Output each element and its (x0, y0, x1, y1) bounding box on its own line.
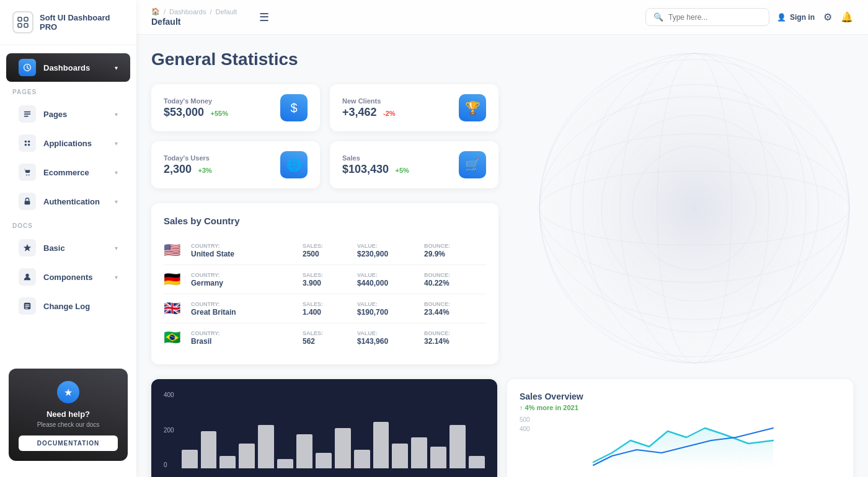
breadcrumb-sep2: / (210, 8, 211, 15)
components-icon (19, 268, 36, 286)
bounce-label-2: Bounce: (424, 301, 486, 307)
value-value-3: $143,960 (357, 337, 419, 346)
breadcrumb-default: Default (215, 8, 237, 15)
sidebar-item-basic-label: Basic (43, 243, 65, 253)
stat-value-row-0: $53,000 +55% (164, 106, 228, 119)
sidebar-item-changelog-label: Change Log (43, 302, 90, 311)
sidebar-item-pages[interactable]: Pages ▾ (6, 100, 130, 128)
bar-13 (430, 447, 446, 468)
svg-point-23 (632, 146, 756, 270)
settings-icon[interactable]: ⚙ (823, 11, 832, 23)
current-page: Default (151, 17, 237, 27)
sidebar-item-authentication[interactable]: Authentication ▾ (6, 187, 130, 216)
applications-chevron: ▾ (115, 140, 118, 147)
sales-overview-title: Sales Overview (520, 392, 841, 401)
sidebar-item-changelog[interactable]: Change Log (6, 292, 130, 320)
bounce-value-3: 32.14% (424, 337, 486, 346)
breadcrumb-dashboards: Dashboards (169, 8, 206, 15)
sidebar-item-ecommerce[interactable]: Ecommerce ▾ (6, 158, 130, 186)
bar-12 (411, 437, 427, 468)
country-flag-2: 🇬🇧 (164, 300, 186, 317)
stat-value-0: $53,000 (164, 106, 204, 118)
svg-point-29 (620, 53, 769, 363)
menu-toggle-button[interactable]: ☰ (259, 11, 269, 24)
globe-decoration: /* dots rendered via JS below */ (521, 35, 868, 382)
svg-point-10 (28, 144, 30, 146)
svg-rect-4 (24, 112, 31, 113)
svg-rect-17 (25, 304, 30, 305)
value-value-0: $230,900 (357, 250, 419, 258)
svg-rect-3 (24, 24, 28, 27)
svg-point-31 (539, 53, 849, 363)
applications-icon (19, 134, 36, 152)
svg-point-11 (26, 175, 27, 176)
stat-label-0: Today's Money (164, 97, 228, 105)
help-card: ★ Need help? Please check our docs DOCUM… (9, 369, 128, 461)
stat-change-0: +55% (211, 110, 228, 117)
sidebar-item-dashboards[interactable]: Dashboards ▾ (6, 53, 130, 82)
sidebar-item-components[interactable]: Components ▾ (6, 263, 130, 291)
topbar-actions: 👤 Sign in ⚙ 🔔 (777, 11, 853, 23)
stat-info-1: New Clients +3,462 -2% (342, 97, 396, 119)
bounce-value-2: 23.44% (424, 308, 486, 317)
stat-value-2: 2,300 (164, 163, 192, 175)
sales-col-1: Sales: 3.900 (303, 272, 352, 287)
svg-point-21 (570, 84, 818, 332)
section-docs-label: DOCS (0, 216, 136, 233)
svg-point-15 (25, 274, 29, 277)
bounce-col-1: Bounce: 40.22% (424, 272, 486, 287)
bounce-label-1: Bounce: (424, 272, 486, 278)
topbar-right: 🔍 👤 Sign in ⚙ 🔔 (645, 8, 853, 26)
value-label-1: Value: (357, 272, 419, 278)
value-label-3: Value: (357, 330, 419, 336)
help-title: Need help? (19, 409, 118, 419)
stat-label-1: New Clients (342, 97, 396, 105)
bar-2 (219, 456, 236, 468)
stat-value-row-3: $103,430 +5% (342, 163, 409, 176)
country-name-2: Great Britain (191, 308, 298, 317)
country-flag-1: 🇩🇪 (164, 271, 186, 287)
value-col-0: Value: $230,900 (357, 243, 419, 258)
stat-change-1: -2% (383, 110, 396, 117)
main-area: 🏠 / Dashboards / Default Default ☰ 🔍 👤 S… (136, 0, 868, 477)
sales-col-3: Sales: 562 (303, 330, 352, 346)
country-flag-0: 🇺🇸 (164, 242, 186, 258)
documentation-button[interactable]: DOCUMENTATION (19, 435, 118, 451)
home-icon: 🏠 (151, 7, 160, 15)
sales-value-3: 562 (303, 337, 352, 346)
signin-button[interactable]: 👤 Sign in (777, 13, 815, 22)
search-input[interactable] (668, 13, 761, 22)
overview-y-500: 500 (520, 416, 530, 423)
sidebar-item-applications[interactable]: Applications ▾ (6, 129, 130, 157)
sidebar-item-pages-label: Pages (43, 110, 67, 119)
sales-label-0: Sales: (303, 243, 352, 249)
stat-icon-3: 🛒 (459, 151, 486, 178)
value-label-0: Value: (357, 243, 419, 249)
stat-icon-2: 🌐 (280, 151, 308, 178)
sales-label-1: Sales: (303, 272, 352, 278)
sales-value-1: 3.900 (303, 279, 352, 287)
bounce-value-1: 40.22% (424, 279, 486, 287)
svg-point-28 (657, 53, 732, 363)
bar-5 (277, 459, 293, 468)
svg-point-30 (583, 53, 806, 363)
content-area: /* dots rendered via JS below */ General… (136, 35, 868, 477)
bar-7 (316, 453, 332, 468)
authentication-icon (19, 193, 36, 210)
svg-point-25 (539, 134, 849, 282)
stats-grid: Today's Money $53,000 +55% $ New Clients… (151, 84, 498, 188)
chart-y-200: 200 (164, 427, 174, 434)
notifications-icon[interactable]: 🔔 (841, 11, 853, 23)
help-subtitle: Please check our docs (19, 421, 118, 428)
stat-label-2: Today's Users (164, 154, 212, 162)
sales-col-0: Sales: 2500 (303, 243, 352, 258)
chart-y-0: 0 (164, 462, 174, 468)
sidebar-item-basic[interactable]: Basic ▾ (6, 234, 130, 262)
sidebar-nav: Dashboards ▾ PAGES Pages ▾ (0, 45, 136, 362)
value-col-3: Value: $143,960 (357, 330, 419, 346)
sidebar-item-applications-label: Applications (43, 139, 92, 148)
value-col-1: Value: $440,000 (357, 272, 419, 287)
bounce-value-0: 29.9% (424, 250, 486, 258)
sales-overview-sub: ↑ 4% more in 2021 (520, 404, 841, 411)
svg-rect-19 (25, 308, 28, 309)
